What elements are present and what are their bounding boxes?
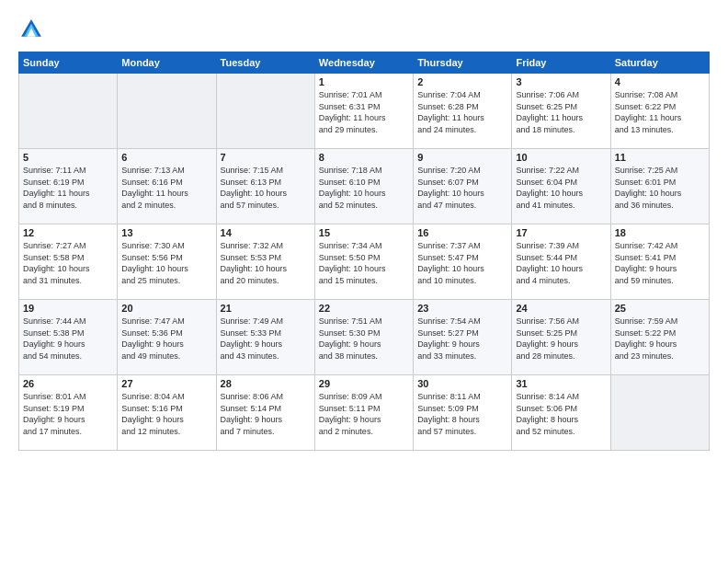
logo-icon [18,17,44,42]
day-number: 29 [319,378,409,389]
calendar-cell: 8Sunrise: 7:18 AM Sunset: 6:10 PM Daylig… [314,149,413,224]
calendar-cell: 3Sunrise: 7:06 AM Sunset: 6:25 PM Daylig… [512,74,610,149]
day-number: 2 [417,76,507,87]
day-number: 15 [319,227,409,238]
calendar-cell: 28Sunrise: 8:06 AM Sunset: 5:14 PM Dayli… [216,375,314,451]
calendar-cell: 6Sunrise: 7:13 AM Sunset: 6:16 PM Daylig… [118,149,216,224]
cell-content: Sunrise: 7:15 AM Sunset: 6:13 PM Dayligh… [221,165,311,211]
calendar-cell [216,74,314,149]
cell-content: Sunrise: 7:39 AM Sunset: 5:44 PM Dayligh… [516,240,606,286]
weekday-header-sunday: Sunday [19,52,118,74]
cell-content: Sunrise: 8:01 AM Sunset: 5:19 PM Dayligh… [23,391,113,437]
calendar-cell: 25Sunrise: 7:59 AM Sunset: 5:22 PM Dayli… [610,300,709,375]
weekday-header-saturday: Saturday [610,52,709,74]
day-number: 13 [121,227,211,238]
day-number: 11 [615,152,705,163]
cell-content: Sunrise: 7:18 AM Sunset: 6:10 PM Dayligh… [319,165,409,211]
day-number: 7 [221,152,311,163]
calendar-cell: 16Sunrise: 7:37 AM Sunset: 5:47 PM Dayli… [414,224,512,300]
week-row-4: 19Sunrise: 7:44 AM Sunset: 5:38 PM Dayli… [19,300,710,375]
calendar-cell: 1Sunrise: 7:01 AM Sunset: 6:31 PM Daylig… [314,74,413,149]
cell-content: Sunrise: 8:14 AM Sunset: 5:06 PM Dayligh… [516,391,606,437]
cell-content: Sunrise: 8:04 AM Sunset: 5:16 PM Dayligh… [121,391,211,437]
cell-content: Sunrise: 7:54 AM Sunset: 5:27 PM Dayligh… [417,316,507,362]
weekday-header-row: SundayMondayTuesdayWednesdayThursdayFrid… [19,52,710,74]
calendar-cell: 23Sunrise: 7:54 AM Sunset: 5:27 PM Dayli… [414,300,512,375]
calendar-cell: 2Sunrise: 7:04 AM Sunset: 6:28 PM Daylig… [414,74,512,149]
calendar-cell: 13Sunrise: 7:30 AM Sunset: 5:56 PM Dayli… [118,224,216,300]
day-number: 28 [221,378,311,389]
day-number: 8 [319,152,409,163]
day-number: 6 [121,152,211,163]
calendar-cell: 26Sunrise: 8:01 AM Sunset: 5:19 PM Dayli… [19,375,118,451]
calendar-cell: 12Sunrise: 7:27 AM Sunset: 5:58 PM Dayli… [19,224,118,300]
cell-content: Sunrise: 7:11 AM Sunset: 6:19 PM Dayligh… [23,165,113,211]
cell-content: Sunrise: 7:27 AM Sunset: 5:58 PM Dayligh… [23,240,113,286]
calendar-cell: 21Sunrise: 7:49 AM Sunset: 5:33 PM Dayli… [216,300,314,375]
weekday-header-monday: Monday [118,52,216,74]
calendar-cell: 19Sunrise: 7:44 AM Sunset: 5:38 PM Dayli… [19,300,118,375]
calendar-cell: 17Sunrise: 7:39 AM Sunset: 5:44 PM Dayli… [512,224,610,300]
calendar-cell: 22Sunrise: 7:51 AM Sunset: 5:30 PM Dayli… [314,300,413,375]
cell-content: Sunrise: 7:49 AM Sunset: 5:33 PM Dayligh… [221,316,311,362]
calendar-cell: 10Sunrise: 7:22 AM Sunset: 6:04 PM Dayli… [512,149,610,224]
week-row-2: 5Sunrise: 7:11 AM Sunset: 6:19 PM Daylig… [19,149,710,224]
day-number: 22 [319,303,409,314]
cell-content: Sunrise: 7:37 AM Sunset: 5:47 PM Dayligh… [417,240,507,286]
calendar-cell: 5Sunrise: 7:11 AM Sunset: 6:19 PM Daylig… [19,149,118,224]
week-row-3: 12Sunrise: 7:27 AM Sunset: 5:58 PM Dayli… [19,224,710,300]
logo [18,17,48,42]
calendar-cell: 29Sunrise: 8:09 AM Sunset: 5:11 PM Dayli… [314,375,413,451]
calendar-cell: 30Sunrise: 8:11 AM Sunset: 5:09 PM Dayli… [414,375,512,451]
cell-content: Sunrise: 7:01 AM Sunset: 6:31 PM Dayligh… [319,89,409,135]
calendar-cell: 18Sunrise: 7:42 AM Sunset: 5:41 PM Dayli… [610,224,709,300]
cell-content: Sunrise: 7:06 AM Sunset: 6:25 PM Dayligh… [516,89,606,135]
weekday-header-wednesday: Wednesday [314,52,413,74]
day-number: 30 [417,378,507,389]
week-row-5: 26Sunrise: 8:01 AM Sunset: 5:19 PM Dayli… [19,375,710,451]
calendar-cell: 15Sunrise: 7:34 AM Sunset: 5:50 PM Dayli… [314,224,413,300]
weekday-header-thursday: Thursday [414,52,512,74]
calendar-cell: 7Sunrise: 7:15 AM Sunset: 6:13 PM Daylig… [216,149,314,224]
header [18,17,710,42]
calendar-cell [610,375,709,451]
day-number: 17 [516,227,606,238]
cell-content: Sunrise: 8:09 AM Sunset: 5:11 PM Dayligh… [319,391,409,437]
day-number: 16 [417,227,507,238]
calendar-cell: 9Sunrise: 7:20 AM Sunset: 6:07 PM Daylig… [414,149,512,224]
cell-content: Sunrise: 7:04 AM Sunset: 6:28 PM Dayligh… [417,89,507,135]
week-row-1: 1Sunrise: 7:01 AM Sunset: 6:31 PM Daylig… [19,74,710,149]
cell-content: Sunrise: 7:59 AM Sunset: 5:22 PM Dayligh… [615,316,705,362]
calendar-table: SundayMondayTuesdayWednesdayThursdayFrid… [18,52,710,451]
cell-content: Sunrise: 7:32 AM Sunset: 5:53 PM Dayligh… [221,240,311,286]
day-number: 10 [516,152,606,163]
page: SundayMondayTuesdayWednesdayThursdayFrid… [0,0,728,563]
day-number: 1 [319,76,409,87]
day-number: 20 [121,303,211,314]
calendar-cell: 31Sunrise: 8:14 AM Sunset: 5:06 PM Dayli… [512,375,610,451]
day-number: 3 [516,76,606,87]
cell-content: Sunrise: 7:13 AM Sunset: 6:16 PM Dayligh… [121,165,211,211]
day-number: 25 [615,303,705,314]
cell-content: Sunrise: 7:30 AM Sunset: 5:56 PM Dayligh… [121,240,211,286]
day-number: 31 [516,378,606,389]
calendar-cell [118,74,216,149]
day-number: 14 [221,227,311,238]
calendar-cell: 27Sunrise: 8:04 AM Sunset: 5:16 PM Dayli… [118,375,216,451]
day-number: 23 [417,303,507,314]
calendar-cell: 24Sunrise: 7:56 AM Sunset: 5:25 PM Dayli… [512,300,610,375]
weekday-header-friday: Friday [512,52,610,74]
cell-content: Sunrise: 7:47 AM Sunset: 5:36 PM Dayligh… [121,316,211,362]
cell-content: Sunrise: 7:25 AM Sunset: 6:01 PM Dayligh… [615,165,705,211]
cell-content: Sunrise: 7:08 AM Sunset: 6:22 PM Dayligh… [615,89,705,135]
calendar-cell: 20Sunrise: 7:47 AM Sunset: 5:36 PM Dayli… [118,300,216,375]
day-number: 19 [23,303,113,314]
cell-content: Sunrise: 7:56 AM Sunset: 5:25 PM Dayligh… [516,316,606,362]
day-number: 5 [23,152,113,163]
day-number: 12 [23,227,113,238]
cell-content: Sunrise: 8:06 AM Sunset: 5:14 PM Dayligh… [221,391,311,437]
cell-content: Sunrise: 7:42 AM Sunset: 5:41 PM Dayligh… [615,240,705,286]
cell-content: Sunrise: 7:34 AM Sunset: 5:50 PM Dayligh… [319,240,409,286]
cell-content: Sunrise: 7:51 AM Sunset: 5:30 PM Dayligh… [319,316,409,362]
day-number: 27 [121,378,211,389]
